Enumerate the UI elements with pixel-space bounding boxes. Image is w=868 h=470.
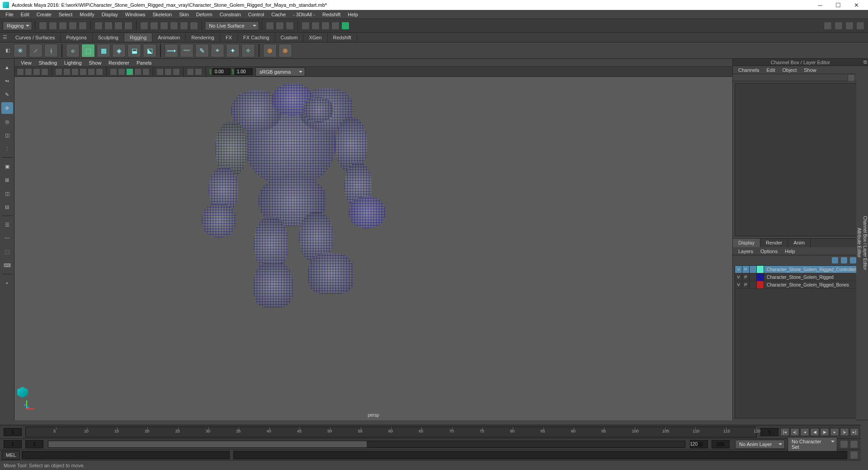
shelf-tab-rendering[interactable]: Rendering	[186, 33, 220, 42]
layer-menu-options[interactable]: Options	[757, 248, 781, 254]
layout-graph-icon[interactable]: 〰	[1, 232, 13, 244]
layer-tab-render[interactable]: Render	[760, 239, 788, 247]
hypershade-icon[interactable]	[835, 22, 843, 30]
constraint-point-icon[interactable]: ⊗	[278, 44, 292, 57]
ch-menu-show[interactable]: Show	[800, 67, 820, 73]
step-back-key-button[interactable]: ◂|	[790, 428, 799, 436]
layer-menu-layers[interactable]: Layers	[735, 248, 757, 254]
layout-extra-icon[interactable]: •	[1, 277, 13, 289]
render-sequence-icon[interactable]	[341, 22, 349, 30]
menu-edit[interactable]: Edit	[17, 11, 33, 18]
vt-image-plane-icon[interactable]	[33, 68, 40, 75]
layer-row[interactable]: VPCharacter_Stone_Golem_Rigged_Controlle…	[735, 266, 866, 273]
range-min-input[interactable]	[4, 440, 22, 448]
wrap-icon[interactable]: ⬕	[143, 44, 156, 57]
layout-single-icon[interactable]: ▣	[1, 160, 13, 172]
near-clip-input[interactable]	[212, 68, 231, 75]
layer-color-swatch[interactable]	[757, 281, 764, 288]
vt-lights-icon[interactable]	[134, 68, 142, 75]
vt-select-camera-icon[interactable]	[17, 68, 24, 75]
select-tool[interactable]: ▲	[1, 61, 13, 73]
vp-menu-shading[interactable]: Shading	[35, 60, 61, 66]
paint-select-tool[interactable]: ✎	[1, 89, 13, 100]
ik-spline-icon[interactable]: ⬚	[81, 44, 95, 57]
render-icon[interactable]	[302, 22, 310, 30]
shelf-tab-sculpting[interactable]: Sculpting	[93, 33, 124, 42]
vt-safe-action-icon[interactable]	[96, 68, 103, 75]
menu-skin[interactable]: Skin	[175, 11, 192, 18]
menu-modify[interactable]: Modify	[76, 11, 98, 18]
menu-display[interactable]: Display	[98, 11, 122, 18]
cluster-icon[interactable]: ◈	[112, 44, 126, 57]
vt-wireframe-icon[interactable]	[110, 68, 117, 75]
modeling-toolkit-icon[interactable]	[824, 22, 832, 30]
timeline-ruler[interactable]: 5101520253035404550556065707580859095100…	[25, 427, 757, 437]
layer-vis[interactable]: V	[735, 281, 742, 288]
history-options-icon[interactable]	[286, 22, 294, 30]
layout-opt-icon[interactable]: ⊟	[1, 201, 13, 213]
joint-tool-icon[interactable]: ✳	[14, 44, 27, 57]
layer-type[interactable]	[750, 273, 757, 281]
outliner-icon[interactable]	[845, 22, 854, 30]
autokey-icon[interactable]	[840, 440, 848, 448]
paint-select-icon[interactable]	[114, 22, 123, 30]
copy-weights-icon[interactable]: ✧	[241, 44, 255, 57]
vt-bookmark-icon[interactable]	[25, 68, 32, 75]
construction-history-icon[interactable]	[266, 22, 274, 30]
new-scene-icon[interactable]	[39, 22, 47, 30]
goto-end-button[interactable]: ▸|	[850, 428, 859, 436]
constraint-parent-icon[interactable]: ⊕	[263, 44, 277, 57]
viewcube-icon[interactable]	[17, 387, 28, 398]
save-scene-icon[interactable]	[59, 22, 67, 30]
vt-2d-pan-icon[interactable]	[41, 68, 48, 75]
layout-four-icon[interactable]: ⊞	[1, 174, 13, 186]
menu-file[interactable]: File	[2, 11, 17, 18]
layer-move-up-icon[interactable]	[832, 257, 838, 263]
layer-type[interactable]	[750, 266, 757, 273]
vt-motion-trail-icon[interactable]	[195, 68, 202, 75]
render-settings-icon[interactable]	[321, 22, 330, 30]
shelf-editor-icon[interactable]: ◧	[3, 47, 13, 53]
play-back-button[interactable]: ◀	[810, 428, 819, 436]
shelf-tab-redshift[interactable]: Redshift	[328, 33, 357, 42]
shelf-tab-custom[interactable]: Custom	[275, 33, 304, 42]
layer-playback[interactable]: P	[742, 281, 750, 288]
snap-live-icon[interactable]	[180, 22, 188, 30]
snap-plane-icon[interactable]	[170, 22, 178, 30]
render-view-icon[interactable]	[331, 22, 340, 30]
menu-redshift[interactable]: Redshift	[319, 11, 344, 18]
lasso-tool[interactable]: ↬	[1, 75, 13, 87]
viewport-3d[interactable]: persp	[14, 77, 732, 420]
lasso-icon[interactable]	[104, 22, 113, 30]
vt-expose-icon[interactable]	[187, 68, 194, 75]
layer-row[interactable]: VPCharacter_Stone_Golem_Rigged	[735, 273, 866, 281]
right-panel-undock-icon[interactable]: ⧉	[863, 59, 867, 65]
layer-type[interactable]	[750, 281, 757, 288]
layer-menu-help[interactable]: Help	[781, 248, 799, 254]
shelf-tab-xgen[interactable]: XGen	[303, 33, 327, 42]
ch-menu-object[interactable]: Object	[778, 67, 800, 73]
vp-menu-lighting[interactable]: Lighting	[61, 60, 85, 66]
menu-control[interactable]: Control	[245, 11, 268, 18]
layer-playback[interactable]: P	[742, 273, 750, 281]
channel-box[interactable]	[735, 83, 866, 236]
minimize-button[interactable]: ─	[811, 2, 829, 9]
shelf-menu-icon[interactable]: ☰	[0, 34, 10, 40]
step-fwd-button[interactable]: ▸	[830, 428, 839, 436]
shelf-tab-polygons[interactable]: Polygons	[61, 33, 92, 42]
vp-menu-renderer[interactable]: Renderer	[105, 60, 133, 66]
dock-tab-channel-box-layer-editor[interactable]: Channel Box / Layer Editor	[862, 66, 868, 420]
shelf-tab-fx[interactable]: FX	[220, 33, 238, 42]
rotate-tool[interactable]: ◎	[1, 116, 13, 127]
golem-mesh[interactable]	[200, 81, 390, 321]
ch-menu-channels[interactable]: Channels	[735, 67, 763, 73]
shelf-tab-animation[interactable]: Animation	[152, 33, 186, 42]
blend-shape-icon[interactable]: ⬓	[127, 44, 141, 57]
menu-create[interactable]: Create	[33, 11, 55, 18]
rigid-bind-icon[interactable]: 〰	[180, 44, 193, 57]
range-bar[interactable]: 120	[48, 441, 685, 448]
history-toggle-icon[interactable]	[276, 22, 284, 30]
menu-skeleton[interactable]: Skeleton	[149, 11, 175, 18]
vt-xray-icon[interactable]	[165, 68, 172, 75]
menu-select[interactable]: Select	[55, 11, 76, 18]
